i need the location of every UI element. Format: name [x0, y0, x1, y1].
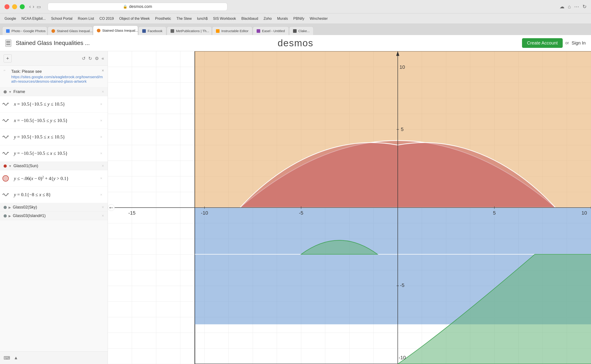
svg-text:10: 10 [400, 64, 405, 70]
expr-close-button-6[interactable]: × [98, 191, 104, 199]
url-text: desmos.com [129, 4, 152, 9]
bookmark-pbnify[interactable]: PBNify [291, 16, 306, 22]
wave-icon-3 [2, 133, 9, 141]
undo-button[interactable]: ↺ [82, 56, 86, 61]
group-glass03-close-button[interactable]: × [102, 214, 104, 218]
app-header: ☰ Stained Glass Inequalities ... desmos … [0, 35, 591, 51]
expr-content-5[interactable]: y ≤ −.06(x − 0)2 + 4{y > 0.1} [11, 172, 98, 184]
task-note-close-button[interactable]: × [102, 68, 104, 73]
panel-bottom-bar: ⌨ ▲ [0, 351, 108, 364]
bookmark-co2019[interactable]: CO 2019 [97, 16, 116, 22]
wave-icon-1 [2, 100, 9, 108]
wave-icon-2 [2, 117, 9, 124]
tab-easel[interactable]: Easel - Untitled [253, 26, 289, 35]
group-glass02-header[interactable]: ▶ Glass02(Sky) × [0, 203, 108, 212]
group-glass03-header[interactable]: ▶ Glass03(Island#1) × [0, 212, 108, 220]
bookmark-google[interactable]: Google [2, 16, 19, 22]
expr-close-button-4[interactable]: × [98, 150, 104, 157]
expr-close-button-5[interactable]: × [98, 175, 104, 182]
group-glass02-close-button[interactable]: × [102, 205, 104, 210]
tab-photo[interactable]: Photo - Google Photos [2, 26, 47, 35]
expression-row: y ≤ −.06(x − 0)2 + 4{y > 0.1} × [0, 170, 108, 187]
group-glass02-label: Glass02(Sky) [13, 205, 37, 210]
close-window-button[interactable] [5, 4, 9, 9]
back-button[interactable]: ‹ [29, 4, 31, 10]
add-expression-button[interactable]: + [4, 54, 12, 62]
nav-arrows: ‹ › [29, 4, 34, 10]
graph-canvas: 10 5 -5 -10 -10 -5 -15 5 10 [108, 51, 591, 364]
bookmark-object[interactable]: Object of the Week [117, 16, 152, 22]
bookmark-winchester[interactable]: Winchester [307, 16, 330, 22]
tab-view-button[interactable]: ▭ [37, 4, 41, 9]
pan-left-arrow[interactable]: ← [108, 204, 115, 211]
group-glass01-close-button[interactable]: × [102, 163, 104, 168]
grid-icon[interactable]: ⋯ [574, 4, 579, 10]
graph-area[interactable]: 10 5 -5 -10 -10 -5 -15 5 10 [108, 51, 591, 364]
hamburger-menu-button[interactable]: ☰ [5, 39, 11, 47]
group-frame-header[interactable]: ▼ Frame × [0, 88, 108, 96]
expression-row: y = 10.5{−10.5 ≤ x ≤ 10.5} × [0, 129, 108, 145]
tab-instructable[interactable]: Instructable Editor [212, 26, 252, 35]
reload-icon[interactable]: ↻ [583, 4, 586, 10]
maximize-window-button[interactable] [20, 4, 25, 9]
tab-facebook[interactable]: Facebook [138, 26, 166, 35]
tab-stained-2-active[interactable]: Stained Glass Inequal... [93, 26, 138, 35]
sign-in-button[interactable]: Sign In [572, 40, 586, 46]
expr-content-6[interactable]: y = 0.1{−8 ≤ x ≤ 8} [11, 189, 98, 201]
main-content: + ↺ ↻ ⚙ « " Task: Please see https://sit… [0, 51, 591, 364]
panel-toolbar: + ↺ ↻ ⚙ « [0, 51, 108, 66]
expr-content-1[interactable]: x = 10.5{−10.5 ≤ y ≤ 10.5} [11, 98, 98, 110]
expression-row: y = −10.5{−10.5 ≤ x ≤ 10.5} × [0, 145, 108, 162]
home-icon[interactable]: ⌂ [568, 4, 571, 10]
bookmark-ncaa[interactable]: NCAA Eligibil... [19, 16, 48, 22]
cloud-icon[interactable]: ☁ [559, 4, 565, 10]
create-account-button[interactable]: Create Account [522, 38, 563, 48]
tab-metpub[interactable]: MetPublications | Th... [167, 26, 212, 35]
group-frame-close-button[interactable]: × [102, 89, 104, 94]
task-link[interactable]: https://sites.google.com/a/eaglebrook.or… [11, 75, 103, 84]
header-right: Create Account or Sign In [522, 38, 586, 48]
expr-content-3[interactable]: y = 10.5{−10.5 ≤ x ≤ 10.5} [11, 131, 98, 143]
svg-text:5: 5 [401, 126, 403, 132]
bookmark-lunch[interactable]: lunch$ [195, 16, 210, 22]
bookmark-stew[interactable]: The Stew [174, 16, 194, 22]
forward-button[interactable]: › [32, 4, 34, 10]
group-glass03-arrow: ▶ [8, 214, 11, 218]
keyboard-button[interactable]: ⌨ [4, 355, 10, 361]
group-glass01-header[interactable]: ▼ Glass01(Sun) × [0, 162, 108, 170]
svg-text:-10: -10 [201, 210, 208, 216]
minimize-window-button[interactable] [12, 4, 17, 9]
bookmark-murals[interactable]: Murals [275, 16, 290, 22]
bookmark-zoho[interactable]: Zoho [261, 16, 274, 22]
group-glass02-color-dot [4, 206, 7, 209]
settings-button[interactable]: ⚙ [95, 56, 99, 61]
address-bar[interactable]: 🔒 desmos.com [48, 3, 227, 11]
bookmark-room-list[interactable]: Room List [76, 16, 96, 22]
scroll-up-button[interactable]: ▲ [14, 355, 18, 360]
bookmark-sis[interactable]: SIS Workbook [211, 16, 238, 22]
collapse-panel-button[interactable]: « [102, 56, 104, 61]
expr-icon-col-4 [0, 145, 11, 162]
left-panel: + ↺ ↻ ⚙ « " Task: Please see https://sit… [0, 51, 108, 364]
expr-content-4[interactable]: y = −10.5{−10.5 ≤ x ≤ 10.5} [11, 147, 98, 159]
expr-icon-col-5 [0, 170, 11, 187]
redo-button[interactable]: ↻ [88, 56, 92, 61]
browser-tabs-bar: Photo - Google Photos Stained Glass Ineq… [0, 24, 591, 35]
tab-clake[interactable]: Clake... [289, 26, 314, 35]
svg-text:-5: -5 [299, 210, 303, 216]
expression-row: y = 0.1{−8 ≤ x ≤ 8} × [0, 187, 108, 203]
expr-icon-col-6 [0, 187, 11, 203]
expr-close-button-1[interactable]: × [98, 100, 104, 108]
expr-content-2[interactable]: x = −10.5{−10.5 ≤ y ≤ 10.5} [11, 115, 98, 126]
group-frame-arrow: ▼ [8, 90, 12, 94]
tab-stained-1[interactable]: Stained Glass Inequal... [48, 26, 93, 35]
bookmark-school-portal[interactable]: School Portal [49, 16, 75, 22]
bookmark-blackbaud[interactable]: Blackbaud [239, 16, 260, 22]
group-glass02-arrow: ▶ [8, 206, 11, 209]
group-glass01-label: Glass01(Sun) [13, 163, 38, 168]
bookmark-prosthetic[interactable]: Prosthetic [153, 16, 173, 22]
expr-close-button-3[interactable]: × [98, 133, 104, 141]
desmos-logo: desmos [278, 38, 313, 49]
group-frame-label: Frame [13, 89, 25, 94]
expr-close-button-2[interactable]: × [98, 117, 104, 124]
